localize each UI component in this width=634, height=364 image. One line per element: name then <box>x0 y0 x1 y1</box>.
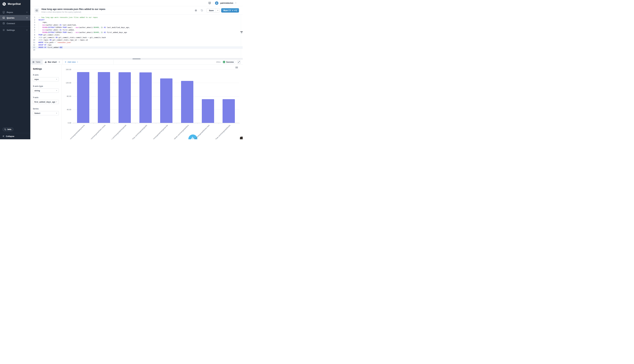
query-history-icon[interactable] <box>200 9 203 12</box>
book-icon <box>2 11 5 14</box>
logo[interactable]: MergeStat <box>0 0 30 8</box>
sidebar-item-queries[interactable]: Queries <box>0 15 30 20</box>
run-status-cluster: 24ms Success <box>216 60 241 64</box>
line-number: 8 <box>30 34 37 36</box>
chevron-down-icon <box>26 17 28 19</box>
select-value: string <box>34 90 40 92</box>
x-axis-category-label: github.com/mergestat/deployments <box>65 124 85 139</box>
panel-splitter <box>30 58 243 60</box>
sidebar-collapse-button[interactable]: Collapse <box>0 133 30 139</box>
sidebar: MergeStat ReposQueriesConnectSettings be… <box>0 0 30 139</box>
splitter-drag-handle[interactable] <box>132 58 140 59</box>
select-series[interactable]: Select <box>33 111 59 115</box>
select-x-axis[interactable]: repo <box>33 77 59 82</box>
docs-book-icon[interactable] <box>208 2 211 4</box>
code-line[interactable]: 11WHERE file_path = 'renovate.json' <box>30 41 243 44</box>
field-label: Y-axis <box>33 96 59 98</box>
query-settings-gear-icon[interactable] <box>194 9 197 12</box>
save-menu-caret[interactable] <box>216 8 220 12</box>
query-title[interactable]: How long ago were renovate.json files ad… <box>42 8 106 10</box>
x-axis-category-label: github.com/mergestat/mergestat <box>108 124 126 139</box>
bar-8 <box>222 99 235 123</box>
code-line[interactable]: 4 max(author_when) AS last_modified, <box>30 24 243 26</box>
line-number: 5 <box>30 26 37 29</box>
code-text: max(author_when) AS last_modified, <box>37 24 76 26</box>
sidebar-item-repos[interactable]: Repos <box>0 10 30 15</box>
tab-table[interactable]: Table <box>30 60 42 64</box>
field-series: SeriesSelect <box>33 108 59 115</box>
query-description-placeholder[interactable]: Enter a short description for this query… <box>42 11 106 13</box>
bar-chart: 160.00120.0080.0040.000.00github.com/mer… <box>62 65 243 139</box>
x-axis-category-label: github.com/mergestat/mergestat-lite <box>148 124 168 139</box>
bar-6 <box>181 81 193 123</box>
code-line[interactable]: 13ORDER BY first_added ASC <box>30 46 243 49</box>
username[interactable]: patrickdevivo <box>220 2 233 4</box>
x-axis-category-label: github.com/mergestat/docs <box>173 124 189 139</box>
code-line[interactable]: 2SELECT <box>30 19 243 21</box>
code-text: ROUND(EXTRACT(EPOCH FROM now() - min(aut… <box>37 31 127 34</box>
code-line[interactable]: 5 ROUND(EXTRACT(EPOCH FROM now() - max(a… <box>30 26 243 29</box>
code-line[interactable]: 7 ROUND(EXTRACT(EPOCH FROM now() - min(a… <box>30 31 243 34</box>
y-axis-tick-label: 120.00 <box>62 82 71 84</box>
add-view-button[interactable]: Add view <box>62 60 80 64</box>
beta-badge-label: beta <box>8 128 11 130</box>
code-text: SELECT <box>37 19 44 21</box>
plus-icon <box>64 61 66 63</box>
code-line[interactable]: 10JOIN repos ON git_commit_stats.repo_id… <box>30 39 243 41</box>
bar-4 <box>140 72 152 123</box>
code-line[interactable]: 14 <box>30 49 243 51</box>
field-x-axis: X-axisrepo <box>33 74 59 82</box>
select-x-axis-type[interactable]: string <box>33 88 59 93</box>
code-text: ROUND(EXTRACT(EPOCH FROM now() - max(aut… <box>37 26 130 29</box>
select-value: Select <box>34 112 40 114</box>
x-axis-category-label: github.com/mergestat/helm-charts <box>86 124 106 139</box>
sql-editor[interactable]: 1-- how long ago were renovate.json file… <box>30 15 243 58</box>
caret-down-icon <box>56 112 57 114</box>
select-value: first_added_days_ago <box>34 101 55 103</box>
tag-icon <box>4 128 6 130</box>
code-text: -- how long ago were renovate.json files… <box>37 16 98 19</box>
chart-settings-panel: Settings X-axisrepoX-axis typestringY-ax… <box>30 65 62 139</box>
code-line[interactable]: 1-- how long ago were renovate.json file… <box>30 16 243 19</box>
bar-5 <box>160 78 172 123</box>
sidebar-item-label: Repos <box>7 11 26 14</box>
chevron-down-icon <box>26 11 28 13</box>
collapse-label: Collapse <box>6 135 14 138</box>
chart-menu-icon[interactable] <box>236 67 238 68</box>
expand-results-button[interactable] <box>237 60 241 64</box>
sidebar-item-label: Connect <box>7 22 28 24</box>
x-axis-tick <box>177 123 177 124</box>
sidebar-item-label: Queries <box>7 17 26 19</box>
field-y-axis: Y-axisfirst_added_days_ago <box>33 96 59 104</box>
close-tab-icon[interactable] <box>58 61 60 63</box>
sidebar-item-connect[interactable]: Connect <box>0 20 30 26</box>
main-area: patrickdevivo How long ago were renovate… <box>30 0 243 139</box>
line-number: 4 <box>30 24 37 26</box>
double-chevron-left-icon <box>2 135 4 137</box>
y-axis-tick-label: 160.00 <box>62 68 71 70</box>
save-button-group: Save <box>207 8 220 12</box>
code-text <box>37 49 38 51</box>
gridline <box>73 70 239 70</box>
code-line[interactable]: 8FROM git_commit_stats <box>30 34 243 36</box>
code-line[interactable]: 3 repo, <box>30 21 243 24</box>
user-menu-caret-icon[interactable] <box>235 2 236 4</box>
tab-label: Bar chart <box>48 61 57 63</box>
tab-bar-chart[interactable]: Bar chart <box>42 60 62 64</box>
code-line[interactable]: 12GROUP BY repo <box>30 44 243 46</box>
sidebar-item-settings[interactable]: Settings <box>0 27 30 33</box>
query-title-block: How long ago were renovate.json files ad… <box>42 8 106 13</box>
code-line[interactable]: 6 min(author_when) AS first_added, <box>30 29 243 31</box>
status-badge-label: Success <box>226 61 234 63</box>
save-button[interactable]: Save <box>207 8 216 12</box>
query-header: How long ago were renovate.json files ad… <box>30 6 243 15</box>
mergestat-app: MergeStat ReposQueriesConnectSettings be… <box>0 0 243 139</box>
code-line[interactable]: 9JOIN git_commits ON git_commit_stats.co… <box>30 36 243 39</box>
x-axis-tick <box>94 123 94 124</box>
avatar[interactable] <box>215 2 218 5</box>
chevron-down-icon <box>26 29 28 31</box>
line-number: 6 <box>30 29 37 31</box>
run-button[interactable]: Run (⇧ + ↵) <box>221 8 239 12</box>
code-text: GROUP BY repo <box>37 44 52 46</box>
select-y-axis[interactable]: first_added_days_ago <box>33 100 59 104</box>
